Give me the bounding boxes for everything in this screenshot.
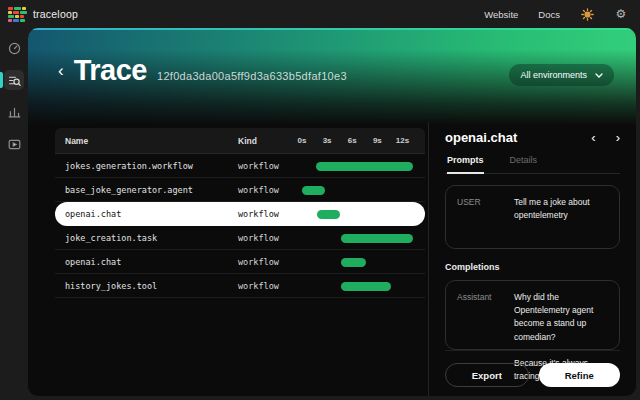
span-kind: workflow (238, 250, 279, 274)
analytics-chart-icon (8, 106, 21, 119)
span-duration-bar (317, 210, 340, 219)
theme-sun-icon[interactable] (580, 7, 594, 21)
tick-label: 3s (316, 128, 338, 154)
span-name: openai.chat (65, 250, 121, 274)
sidebar-item-playground[interactable] (4, 134, 24, 154)
environment-selector-label: All environments (520, 70, 587, 80)
span-kind: workflow (238, 226, 279, 250)
span-name: history_jokes.tool (65, 274, 157, 298)
span-title: openai.chat (445, 130, 517, 145)
chevron-down-icon (595, 73, 603, 78)
table-row[interactable]: history_jokes.tool workflow (55, 274, 425, 298)
sidebar-item-dashboard[interactable] (4, 38, 24, 58)
settings-gear-icon[interactable]: ⚙ (614, 7, 628, 21)
tab-details[interactable]: Details (510, 155, 538, 174)
export-button[interactable]: Export (445, 363, 529, 387)
dashboard-gauge-icon (8, 42, 21, 55)
nav-website-link[interactable]: Website (484, 9, 518, 20)
playground-monitor-icon (8, 138, 21, 151)
column-header-name: Name (65, 128, 88, 154)
span-duration-bar (341, 234, 414, 243)
span-kind: workflow (238, 154, 279, 178)
table-row[interactable]: openai.chat workflow (55, 250, 425, 274)
span-name: base_joke_generator.agent (65, 178, 193, 202)
brand-name: traceloop (33, 8, 78, 20)
completions-section-label: Completions (445, 262, 620, 272)
sidebar-rail (0, 28, 28, 400)
span-duration-bar (316, 162, 413, 171)
completion-text: Why did the Opentelemetry agent become a… (514, 291, 608, 339)
completion-role-label: Assistant (457, 291, 503, 339)
prompt-text: Tell me a joke about opentelemetry (514, 196, 608, 238)
span-name: joke_creation.task (65, 226, 157, 250)
page-title: Trace (74, 54, 147, 87)
traces-search-icon (8, 74, 21, 87)
panel-footer: Export Refine (445, 350, 620, 387)
span-name: openai.chat (65, 202, 121, 226)
span-name: jokes.generation.workflow (65, 154, 193, 178)
span-duration-bar (302, 186, 325, 195)
span-kind: workflow (238, 202, 279, 226)
trace-id: 12f0da3da00a5ff9d3a633b5dfaf10e3 (157, 70, 347, 82)
brand[interactable]: traceloop (8, 7, 78, 22)
span-duration-bar (341, 282, 391, 291)
sidebar-item-analytics[interactable] (4, 102, 24, 122)
table-row[interactable]: openai.chat workflow (55, 202, 425, 226)
completion-card: Assistant Why did the Opentelemetry agen… (445, 280, 620, 350)
tab-prompts[interactable]: Prompts (447, 155, 484, 174)
trace-hero-header: ‹ Trace 12f0da3da00a5ff9d3a633b5dfaf10e3… (28, 28, 636, 125)
top-bar: traceloop Website Docs ⚙ (0, 0, 640, 28)
table-row[interactable]: jokes.generation.workflow workflow (55, 154, 425, 178)
prompt-card: USER Tell me a joke about opentelemetry (445, 185, 620, 249)
tick-label: 12s (391, 128, 413, 154)
active-indicator (0, 72, 3, 88)
detail-tabs: Prompts Details (445, 155, 620, 174)
column-header-kind: Kind (238, 128, 257, 154)
span-kind: workflow (238, 274, 279, 298)
span-table-body: jokes.generation.workflow workflow base_… (55, 154, 425, 298)
sidebar-item-traces[interactable] (4, 70, 24, 90)
span-kind: workflow (238, 178, 279, 202)
back-button[interactable]: ‹ (58, 58, 70, 83)
span-duration-bar (341, 258, 365, 267)
span-table-header: Name Kind 0s3s6s9s12s (55, 128, 425, 154)
span-table: Name Kind 0s3s6s9s12s jokes.generation.w… (55, 128, 425, 298)
prompt-role-label: USER (457, 196, 503, 238)
table-row[interactable]: base_joke_generator.agent workflow (55, 178, 425, 202)
prev-span-button[interactable]: ‹ (591, 131, 595, 144)
tick-label: 0s (291, 128, 313, 154)
refine-button[interactable]: Refine (539, 363, 621, 387)
tick-label: 6s (341, 128, 363, 154)
traceloop-logo-icon (8, 7, 27, 22)
table-row[interactable]: joke_creation.task workflow (55, 226, 425, 250)
nav-docs-link[interactable]: Docs (538, 9, 560, 20)
main-content: ‹ Trace 12f0da3da00a5ff9d3a633b5dfaf10e3… (28, 28, 636, 396)
tick-label: 9s (366, 128, 388, 154)
next-span-button[interactable]: › (616, 131, 620, 144)
span-detail-panel: openai.chat ‹ › Prompts Details USER Tel… (428, 122, 636, 396)
environment-selector[interactable]: All environments (509, 64, 614, 86)
